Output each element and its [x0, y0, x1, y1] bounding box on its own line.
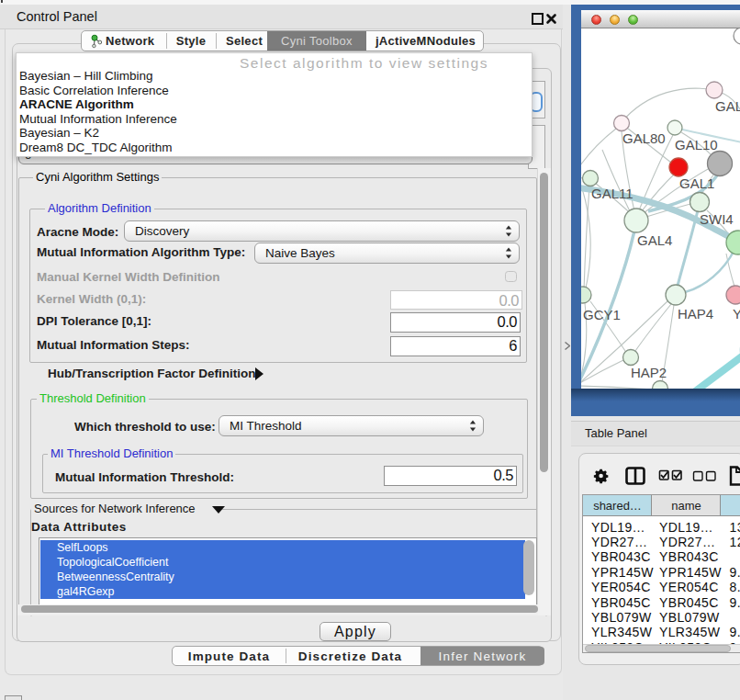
svg-text:SWI4: SWI4: [700, 211, 734, 227]
svg-text:GAL10: GAL10: [675, 137, 718, 152]
svg-text:GCY1: GCY1: [583, 307, 621, 322]
svg-text:GAL11: GAL11: [591, 186, 633, 201]
svg-text:HAP2: HAP2: [631, 365, 667, 380]
svg-text:GAL4: GAL4: [637, 232, 672, 248]
svg-text:HAP4: HAP4: [678, 306, 713, 322]
svg-text:GAL1: GAL1: [679, 175, 714, 191]
svg-text:GAL80: GAL80: [622, 130, 666, 146]
svg-text:GAL: GAL: [715, 98, 740, 114]
svg-text:Y: Y: [733, 306, 740, 322]
